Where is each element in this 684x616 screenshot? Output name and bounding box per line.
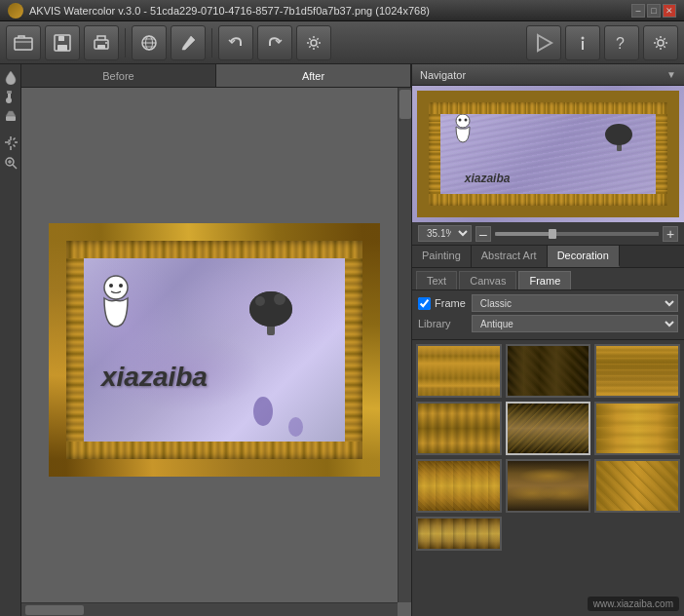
sub-tabs: Text Canvas Frame bbox=[412, 268, 684, 290]
zoom-slider[interactable] bbox=[495, 232, 659, 236]
frame-thumb-6[interactable] bbox=[594, 402, 680, 455]
open-button[interactable] bbox=[6, 25, 41, 60]
canvas-area: Before After bbox=[21, 64, 411, 616]
zoom-out-button[interactable]: – bbox=[475, 226, 491, 242]
gallery-grid bbox=[416, 344, 680, 513]
library-option-row: Library Antique bbox=[418, 315, 678, 332]
frame-thumb-10[interactable] bbox=[416, 517, 502, 551]
svg-text:?: ? bbox=[616, 35, 625, 52]
frame-thumb-5[interactable] bbox=[506, 402, 591, 455]
frame-option-row: Frame Classic bbox=[418, 294, 678, 312]
frame-thumb-8[interactable] bbox=[506, 459, 591, 513]
frame-thumb-7[interactable] bbox=[416, 459, 502, 513]
svg-rect-2 bbox=[57, 45, 67, 51]
svg-rect-19 bbox=[8, 93, 11, 100]
svg-rect-3 bbox=[58, 36, 64, 41]
svg-point-36 bbox=[458, 118, 461, 121]
svg-point-34 bbox=[274, 293, 285, 305]
frame-thumb-9[interactable] bbox=[594, 459, 680, 513]
app-icon bbox=[8, 3, 23, 19]
canvas-mushroom-figure bbox=[241, 262, 309, 350]
svg-rect-20 bbox=[7, 91, 12, 94]
svg-point-27 bbox=[104, 276, 128, 299]
svg-rect-21 bbox=[6, 116, 16, 121]
help-button[interactable]: ? bbox=[604, 25, 639, 60]
settings-button[interactable] bbox=[296, 25, 331, 60]
tab-after[interactable]: After bbox=[216, 64, 411, 87]
preferences-button[interactable] bbox=[643, 25, 678, 60]
left-toolbar bbox=[0, 64, 21, 616]
svg-point-35 bbox=[456, 114, 470, 128]
paint-tool[interactable] bbox=[2, 88, 19, 105]
svg-rect-5 bbox=[97, 45, 105, 49]
canvas-scroll[interactable]: xiazaiba bbox=[21, 88, 411, 616]
close-button[interactable]: ✕ bbox=[663, 4, 676, 18]
horizontal-scrollbar[interactable] bbox=[21, 602, 398, 616]
zoom-bar: 35.1% – + bbox=[412, 222, 684, 246]
navigator-title: Navigator bbox=[420, 69, 466, 81]
nav-text: xiazaiba bbox=[465, 172, 511, 185]
tab-canvas[interactable]: Canvas bbox=[459, 271, 516, 289]
frame-checkbox[interactable] bbox=[418, 297, 431, 310]
navigator-preview: xiazaiba bbox=[412, 86, 684, 222]
zoom-select[interactable]: 35.1% bbox=[418, 225, 472, 242]
frame-thumb-2[interactable] bbox=[506, 344, 591, 398]
right-panel: Navigator ▼ bbox=[411, 64, 684, 616]
main-tabs: Painting Abstract Art Decoration bbox=[412, 246, 684, 268]
svg-point-32 bbox=[249, 291, 292, 327]
frame-style-select[interactable]: Classic bbox=[472, 294, 678, 312]
vertical-scrollbar[interactable] bbox=[398, 88, 411, 602]
play-button[interactable] bbox=[526, 25, 561, 60]
frame-thumb-3[interactable] bbox=[594, 344, 680, 398]
window-title: AKVIS Watercolor v.3.0 - 51cda229-0710-4… bbox=[29, 5, 430, 17]
pan-tool[interactable] bbox=[2, 135, 19, 152]
frame-options: Frame Classic Library Antique bbox=[412, 290, 684, 340]
tab-abstract-art[interactable]: Abstract Art bbox=[472, 246, 548, 267]
library-label: Library bbox=[418, 318, 472, 329]
svg-point-28 bbox=[109, 284, 113, 288]
print-button[interactable] bbox=[84, 25, 119, 60]
maximize-button[interactable]: □ bbox=[647, 4, 661, 18]
redo-button[interactable] bbox=[257, 25, 292, 60]
svg-point-39 bbox=[605, 124, 632, 145]
svg-point-12 bbox=[311, 40, 317, 46]
svg-marker-22 bbox=[6, 111, 16, 116]
svg-point-33 bbox=[255, 296, 265, 306]
svg-point-17 bbox=[658, 40, 664, 46]
library-select[interactable]: Antique bbox=[472, 315, 678, 332]
frame-gallery[interactable] bbox=[412, 340, 684, 616]
tab-before[interactable]: Before bbox=[21, 64, 216, 87]
save-button[interactable] bbox=[45, 25, 80, 60]
frame-label: Frame bbox=[435, 297, 466, 309]
tab-decoration[interactable]: Decoration bbox=[548, 246, 620, 267]
svg-point-15 bbox=[582, 36, 585, 39]
info-button[interactable] bbox=[565, 25, 600, 60]
undo-button[interactable] bbox=[218, 25, 253, 60]
nav-preview-bg: xiazaiba bbox=[412, 86, 684, 222]
brush-button[interactable] bbox=[171, 25, 206, 60]
svg-point-37 bbox=[464, 118, 467, 121]
watermark: www.xiazaiba.com bbox=[588, 597, 679, 611]
zoom-in-button[interactable]: + bbox=[663, 226, 678, 242]
title-bar: AKVIS Watercolor v.3.0 - 51cda229-0710-4… bbox=[0, 0, 684, 21]
eraser-tool[interactable] bbox=[2, 107, 19, 125]
frame-thumb-1[interactable] bbox=[416, 344, 502, 398]
watercolor-canvas: xiazaiba bbox=[49, 223, 380, 477]
zoom-tool[interactable] bbox=[2, 154, 19, 172]
frame-thumb-4[interactable] bbox=[416, 402, 502, 455]
tab-frame[interactable]: Frame bbox=[518, 271, 571, 289]
droplet-tool[interactable] bbox=[2, 68, 19, 86]
navigator-header: Navigator ▼ bbox=[412, 64, 684, 86]
tab-painting[interactable]: Painting bbox=[412, 246, 472, 267]
svg-line-24 bbox=[13, 165, 17, 169]
minimize-button[interactable]: – bbox=[631, 4, 645, 18]
svg-rect-0 bbox=[15, 38, 32, 50]
toolbar: ? bbox=[0, 21, 684, 64]
svg-point-29 bbox=[119, 284, 123, 288]
canvas-ghost-figure bbox=[90, 273, 148, 341]
tab-text[interactable]: Text bbox=[416, 271, 457, 289]
navigator-arrow[interactable]: ▼ bbox=[666, 69, 676, 80]
svg-marker-13 bbox=[538, 35, 551, 51]
globe-button[interactable] bbox=[132, 25, 167, 60]
canvas-inner: xiazaiba bbox=[66, 241, 362, 459]
